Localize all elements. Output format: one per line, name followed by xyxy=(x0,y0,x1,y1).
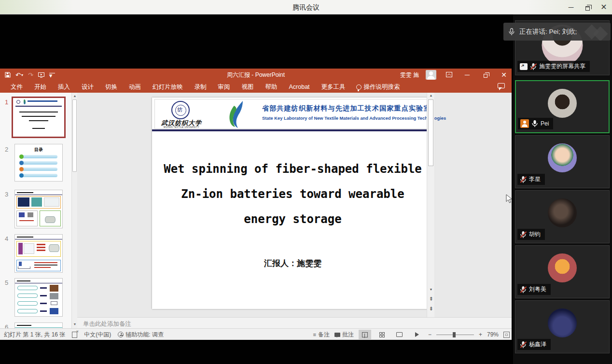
accessibility-icon xyxy=(118,332,124,337)
reading-view-button[interactable] xyxy=(393,330,406,339)
powerpoint-window: ↶▾ ↷ ▾ 周六汇报 - PowerPoint 雯雯 施 ─ xyxy=(0,69,512,340)
comment-icon xyxy=(334,333,340,337)
avatar xyxy=(548,253,577,282)
university-name-en: WUHAN TEXTILE UNIVERSITY xyxy=(155,126,208,128)
zoom-in-button[interactable]: + xyxy=(479,331,482,338)
thumbnail-slide-4[interactable] xyxy=(14,234,63,273)
previous-slide-icon[interactable]: ⇞ xyxy=(427,296,435,302)
speaking-toast: 正在讲话: Pei; 刘欣; xyxy=(503,23,611,41)
tab-animations[interactable]: 动画 xyxy=(123,81,147,93)
tab-record[interactable]: 录制 xyxy=(189,81,212,93)
tab-design[interactable]: 设计 xyxy=(76,81,99,93)
slide-1[interactable]: 武汉纺织大学 WUHAN TEXTILE UNIVERSITY 省部共建纺织新材… xyxy=(152,98,433,309)
thumbnail-slide-6[interactable] xyxy=(14,322,63,328)
mic-muted-icon xyxy=(520,231,527,238)
tab-transitions[interactable]: 切换 xyxy=(99,81,123,93)
tab-view[interactable]: 视图 xyxy=(236,81,260,93)
scroll-down-icon[interactable]: ▼ xyxy=(427,288,435,291)
mic-icon xyxy=(531,120,538,127)
close-icon[interactable]: ✕ xyxy=(596,0,612,14)
notes-toggle[interactable]: ≡ 备注 xyxy=(313,331,330,339)
participant-nametag: 李星 xyxy=(517,174,545,185)
thumbnail-slide-1[interactable] xyxy=(12,97,66,138)
zoom-level[interactable]: 79% xyxy=(487,331,499,338)
notes-pane[interactable]: 单击此处添加备注 xyxy=(77,317,512,328)
slide-sorter-button[interactable] xyxy=(376,330,389,339)
thumbnail-slide-3[interactable] xyxy=(14,190,63,228)
tab-review[interactable]: 审阅 xyxy=(212,81,236,93)
scrollbar-thumb[interactable] xyxy=(428,99,433,166)
ribbon-tab-row: 文件 开始 插入 设计 切换 动画 幻灯片放映 录制 审阅 视图 帮助 Acro… xyxy=(0,81,512,93)
zoom-slider[interactable] xyxy=(436,335,474,335)
tab-help[interactable]: 帮助 xyxy=(260,81,283,93)
speaking-text: 正在讲话: Pei; 刘欣; xyxy=(519,28,577,36)
lightbulb-icon xyxy=(356,84,362,90)
thumbnail-slide-5[interactable] xyxy=(14,278,63,317)
avatar xyxy=(548,89,577,118)
slide-canvas: 武汉纺织大学 WUHAN TEXTILE UNIVERSITY 省部共建纺织新材… xyxy=(77,93,504,317)
slide-counter: 幻灯片 第 1 张, 共 16 张 xyxy=(4,331,65,339)
slideshow-button[interactable] xyxy=(411,330,423,339)
tab-home[interactable]: 开始 xyxy=(28,81,52,93)
tab-insert[interactable]: 插入 xyxy=(52,81,76,93)
lab-name-en: State Key Laboratory of New Textile Mate… xyxy=(262,116,434,121)
ppt-status-bar: 幻灯片 第 1 张, 共 16 张 中文(中国) 辅助功能: 调查 ≡ 备注 xyxy=(0,328,512,340)
ppt-account-name[interactable]: 雯雯 施 xyxy=(400,71,419,79)
participant-nametag: 胡钧 xyxy=(517,229,545,240)
scroll-up-icon[interactable]: ▲ xyxy=(427,94,435,97)
minimize-icon[interactable]: ─ xyxy=(563,0,579,14)
participant-nametag: Pei xyxy=(518,118,553,129)
editor-scrollbar[interactable]: ▲ ▼ ⇞ ⇟ xyxy=(427,93,434,317)
participant-nametag: 刘粤美 xyxy=(517,284,551,295)
mic-muted-icon xyxy=(530,63,537,70)
thumbnail-scrollbar[interactable]: ▲ ▼ xyxy=(71,93,77,328)
normal-view-button[interactable] xyxy=(359,330,371,339)
header-divider xyxy=(152,129,433,131)
avatar xyxy=(548,308,577,337)
spellcheck-icon[interactable] xyxy=(72,332,77,338)
app-window: 腾讯会议 ─ ✕ ↶▾ ↷ ▾ 周六汇报 - PowerPo xyxy=(0,0,612,364)
meeting-window-title: 腾讯会议 xyxy=(0,3,612,12)
tell-me-search[interactable]: 操作说明搜索 xyxy=(351,83,400,91)
zoom-slider-thumb[interactable] xyxy=(453,332,456,337)
slide-number: 6 xyxy=(5,323,8,328)
mic-muted-icon xyxy=(520,341,527,349)
meeting-titlebar: 腾讯会议 ─ ✕ xyxy=(0,0,612,14)
comments-bubble-icon[interactable] xyxy=(498,83,505,88)
ppt-body: 1 2 目录 xyxy=(0,93,512,328)
scrollbar-thumb[interactable] xyxy=(72,99,77,172)
ribbon-display-options-icon[interactable] xyxy=(443,71,455,79)
participant-tile-hujun[interactable]: 胡钧 xyxy=(515,190,610,243)
slide-number: 1 xyxy=(5,98,8,106)
thumbnail-slide-2[interactable]: 目录 xyxy=(14,144,63,182)
slide-title: Wet spinning of fiber-shaped flexible Zn… xyxy=(152,156,433,232)
ppt-minimize-icon[interactable]: ─ xyxy=(461,71,473,79)
participant-nametag: 杨鑫泽 xyxy=(517,339,551,350)
comments-toggle[interactable]: 批注 xyxy=(334,331,354,339)
ppt-close-icon[interactable]: ✕ xyxy=(498,71,510,79)
tab-more-tools[interactable]: 更多工具 xyxy=(316,81,351,93)
fit-to-window-icon[interactable] xyxy=(503,332,510,338)
lab-logo-icon xyxy=(226,100,250,129)
notes-placeholder: 单击此处添加备注 xyxy=(83,320,131,328)
ppt-titlebar: ↶▾ ↷ ▾ 周六汇报 - PowerPoint 雯雯 施 ─ xyxy=(0,69,512,81)
participant-nametag: 施雯雯的屏幕共享 xyxy=(517,61,590,72)
zoom-out-button[interactable]: − xyxy=(428,331,431,338)
ppt-account-avatar[interactable] xyxy=(426,70,436,80)
mouse-cursor-icon xyxy=(506,194,513,204)
tab-slideshow[interactable]: 幻灯片放映 xyxy=(147,81,189,93)
tab-file[interactable]: 文件 xyxy=(5,81,28,93)
tab-acrobat[interactable]: Acrobat xyxy=(283,81,316,93)
next-slide-icon[interactable]: ⇟ xyxy=(427,306,435,312)
participant-tile-lixing[interactable]: 李星 xyxy=(515,135,610,188)
ppt-restore-icon[interactable] xyxy=(480,71,491,79)
screen-share-icon xyxy=(520,63,528,70)
restore-icon[interactable] xyxy=(579,0,596,14)
participant-tile-yangxinze[interactable]: 杨鑫泽 xyxy=(515,300,610,353)
slide-number: 2 xyxy=(5,146,8,153)
shared-screen-area: ↶▾ ↷ ▾ 周六汇报 - PowerPoint 雯雯 施 ─ xyxy=(0,14,513,364)
participant-tile-pei[interactable]: Pei xyxy=(515,80,610,133)
language-indicator[interactable]: 中文(中国) xyxy=(84,331,111,339)
participant-tile-liuyuemei[interactable]: 刘粤美 xyxy=(515,245,610,298)
accessibility-status[interactable]: 辅助功能: 调查 xyxy=(118,331,164,339)
